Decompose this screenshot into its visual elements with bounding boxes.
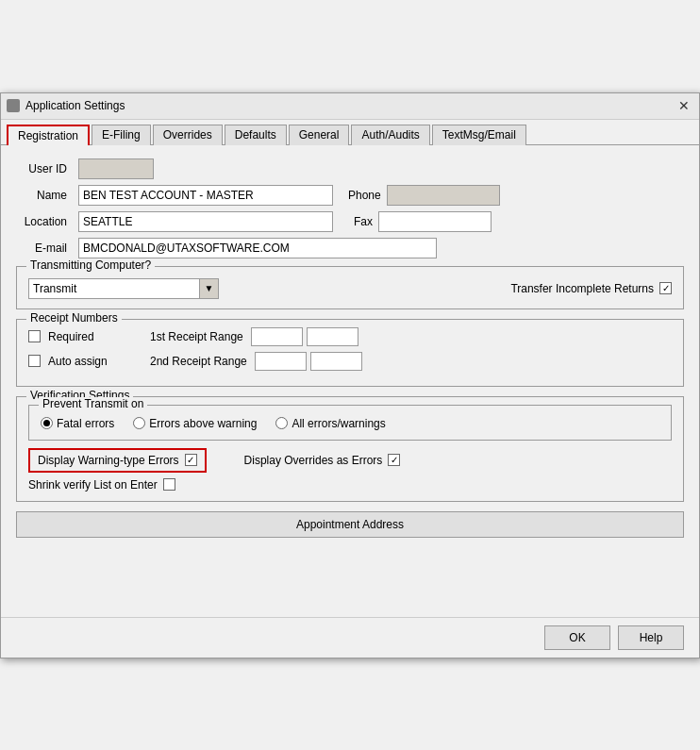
display-warning-highlight: Display Warning-type Errors (28, 448, 207, 473)
userid-input[interactable] (78, 158, 154, 179)
transmit-group: Transmitting Computer? ▼ Transfer Incomp… (16, 266, 684, 309)
auto-assign-row: Auto assign 2nd Receipt Range (28, 352, 672, 371)
tab-auth-audits[interactable]: Auth/Audits (351, 125, 429, 145)
display-warning-checkbox[interactable] (185, 454, 197, 466)
required-label: Required (48, 330, 114, 343)
tab-textmsg-email[interactable]: TextMsg/Email (432, 125, 526, 145)
userid-row: User ID (16, 158, 684, 179)
name-label: Name (16, 189, 73, 202)
close-button[interactable]: ✕ (675, 98, 693, 113)
transfer-label: Transfer Incomplete Returns (510, 282, 654, 295)
transmit-row: ▼ Transfer Incomplete Returns (28, 278, 672, 299)
tab-defaults[interactable]: Defaults (225, 125, 287, 145)
fax-label: Fax (354, 215, 373, 228)
first-range-input-1[interactable] (251, 327, 303, 346)
auto-assign-checkbox[interactable] (28, 355, 41, 367)
required-row: Required 1st Receipt Range (28, 327, 672, 346)
email-label: E-mail (16, 242, 73, 255)
bottom-bar: OK Help (1, 617, 699, 658)
bottom-spacer (16, 547, 684, 604)
shrink-verify-checkbox[interactable] (163, 478, 175, 491)
phone-input[interactable] (387, 185, 500, 206)
verification-group: Verification Settings Prevent Transmit o… (16, 396, 684, 502)
location-input[interactable] (78, 211, 333, 232)
transmit-group-title: Transmitting Computer? (26, 258, 155, 272)
radio-all-errors-button[interactable] (275, 417, 288, 429)
radio-all-errors[interactable]: All errors/warnings (275, 417, 385, 430)
radio-fatal-errors[interactable]: Fatal errors (41, 417, 114, 430)
second-range-label: 2nd Receipt Range (150, 355, 247, 368)
name-input[interactable] (78, 185, 333, 206)
phone-label: Phone (348, 189, 381, 202)
transmit-select-input[interactable] (29, 279, 199, 298)
receipt-group-title: Receipt Numbers (26, 311, 122, 325)
shrink-verify-label: Shrink verify List on Enter (28, 478, 158, 492)
required-checkbox[interactable] (28, 330, 41, 342)
radio-fatal-errors-button[interactable] (41, 417, 53, 429)
email-input[interactable] (78, 238, 437, 258)
transfer-checkbox[interactable] (659, 282, 672, 294)
display-overrides-label: Display Overrides as Errors (244, 454, 383, 467)
location-label: Location (16, 215, 73, 228)
tab-efiling[interactable]: E-Filing (92, 125, 151, 145)
display-overrides-row: Display Overrides as Errors (244, 454, 401, 467)
transmit-dropdown-arrow[interactable]: ▼ (199, 279, 218, 298)
ok-button[interactable]: OK (544, 625, 610, 650)
first-range-input-2[interactable] (307, 327, 358, 346)
second-range-input-1[interactable] (255, 352, 307, 371)
tabs-row: Registration E-Filing Overrides Defaults… (1, 120, 699, 145)
help-button[interactable]: Help (618, 625, 684, 650)
tab-general[interactable]: General (289, 125, 350, 145)
userid-label: User ID (16, 162, 73, 175)
warning-row: Display Warning-type Errors Display Over… (28, 448, 672, 473)
name-row: Name Phone (16, 185, 684, 206)
prevent-transmit-group: Prevent Transmit on Fatal errors Errors … (28, 405, 672, 441)
radio-row: Fatal errors Errors above warning All er… (41, 417, 659, 430)
radio-errors-above-warning-button[interactable] (133, 417, 145, 429)
fax-input[interactable] (378, 211, 492, 232)
receipt-group: Receipt Numbers Required 1st Receipt Ran… (16, 319, 684, 387)
title-bar: Application Settings ✕ (1, 93, 699, 120)
application-window: Application Settings ✕ Registration E-Fi… (0, 92, 700, 658)
app-icon (7, 99, 20, 112)
first-range-label: 1st Receipt Range (150, 330, 243, 343)
transfer-incomplete-row: Transfer Incomplete Returns (510, 282, 672, 295)
tab-registration[interactable]: Registration (7, 125, 90, 145)
content-area: User ID Name Phone Location Fax E-mail T… (1, 145, 699, 617)
window-title: Application Settings (25, 99, 125, 112)
location-row: Location Fax (16, 211, 684, 232)
appointment-address-button[interactable]: Appointment Address (16, 511, 684, 538)
display-overrides-checkbox[interactable] (388, 454, 400, 466)
shrink-verify-row: Shrink verify List on Enter (28, 478, 672, 492)
title-bar-left: Application Settings (7, 99, 125, 112)
tab-overrides[interactable]: Overrides (153, 125, 223, 145)
second-range-input-2[interactable] (310, 352, 362, 371)
first-range-inputs (251, 327, 358, 346)
radio-errors-above-warning[interactable]: Errors above warning (133, 417, 257, 430)
auto-assign-label: Auto assign (48, 355, 114, 368)
second-range-inputs (255, 352, 362, 371)
email-row: E-mail (16, 238, 684, 258)
transmit-select-wrapper[interactable]: ▼ (28, 278, 219, 299)
prevent-group-title: Prevent Transmit on (39, 397, 147, 410)
display-warning-label: Display Warning-type Errors (38, 454, 179, 467)
